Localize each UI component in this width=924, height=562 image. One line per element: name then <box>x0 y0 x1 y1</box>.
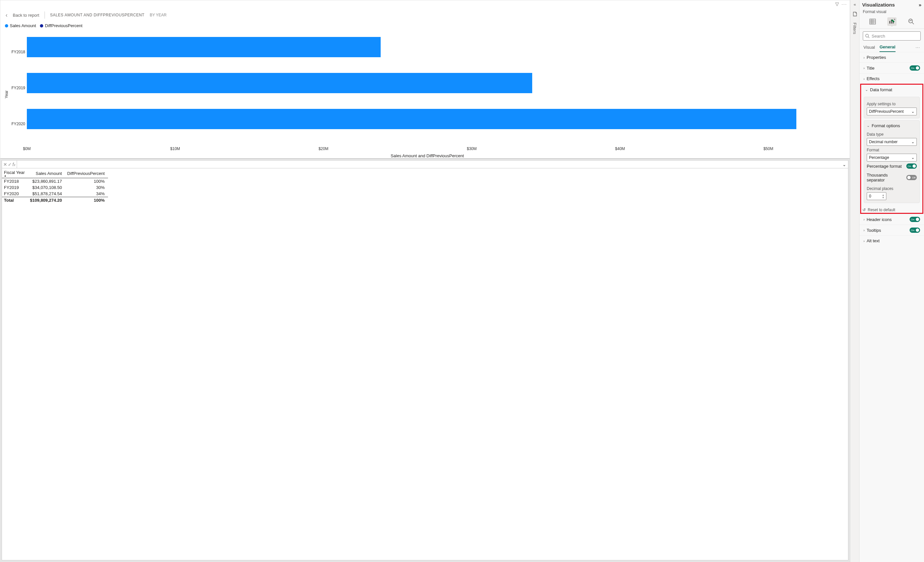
format-label: Format <box>867 148 917 152</box>
header-icons-toggle[interactable]: On <box>910 217 920 222</box>
chevron-right-icon: › <box>864 228 865 232</box>
filters-rail[interactable]: « Filters <box>850 0 859 562</box>
reset-to-default[interactable]: ↺ Reset to default <box>861 205 922 213</box>
x-tick-label: $30M <box>467 146 477 151</box>
more-options-icon[interactable]: ··· <box>915 45 920 50</box>
format-options-card: ⌄ Format options Data type Decimal numbe… <box>864 120 920 203</box>
column-header[interactable]: Sales Amount <box>28 169 66 178</box>
sort-asc-icon: ▲ <box>4 175 25 177</box>
chevron-right-icon: › <box>864 77 865 81</box>
y-tick-label: FY2018 <box>9 50 25 54</box>
chevron-right-icon: › <box>864 66 865 70</box>
data-table: Fiscal Year▲Sales AmountDiffPreviousPerc… <box>2 169 108 203</box>
chevron-down-icon: ⌄ <box>867 124 870 128</box>
svg-line-11 <box>912 22 914 24</box>
chevron-right-icon: › <box>864 239 865 243</box>
bar-FY2019[interactable] <box>27 70 843 96</box>
table-row[interactable]: FY2019$34,070,108.5030% <box>2 184 108 191</box>
x-axis-label: Sales Amount and DiffPreviousPercent <box>9 153 846 158</box>
cancel-icon[interactable]: ✕ <box>3 162 7 167</box>
visualizations-panel: Visualizations » Format visual Search Vi… <box>859 0 924 562</box>
bookmark-icon[interactable] <box>852 12 858 17</box>
y-axis-label: Year <box>4 31 9 158</box>
reset-icon: ↺ <box>862 208 866 212</box>
percentage-format-toggle[interactable]: On <box>906 163 917 169</box>
x-tick-label: $10M <box>170 146 180 151</box>
thousands-separator-toggle[interactable]: Off <box>906 175 917 180</box>
data-type-label: Data type <box>867 132 917 137</box>
fx-icon[interactable]: fx <box>12 162 15 167</box>
table-row[interactable]: FY2020$51,878,274.5434% <box>2 191 108 197</box>
legend-label: DiffPreviousPercent <box>45 23 82 28</box>
chevron-right-icon: › <box>864 55 865 60</box>
thousands-separator-label: Thousands separator <box>867 173 906 182</box>
data-type-select[interactable]: Decimal number ⌄ <box>867 138 917 146</box>
apply-settings-to-select[interactable]: DiffPreviousPercent ⌄ <box>867 108 917 115</box>
canvas-top-bar: ▽ ··· <box>0 0 850 7</box>
apply-settings-card: Apply settings to DiffPreviousPercent ⌄ <box>864 97 920 118</box>
search-icon <box>865 34 870 38</box>
legend-item-sales[interactable]: Sales Amount <box>5 23 36 28</box>
formula-input[interactable]: ⌄ <box>17 160 848 168</box>
back-arrow-icon[interactable]: ‹ <box>6 12 8 19</box>
spinner-icon[interactable]: ▴▾ <box>882 194 884 199</box>
section-effects[interactable]: ›Effects <box>860 73 924 84</box>
chevron-down-icon: ⌄ <box>911 155 915 160</box>
y-tick-label: FY2020 <box>9 122 25 126</box>
bar-FY2020[interactable] <box>27 106 843 132</box>
search-input[interactable]: Search <box>863 31 921 40</box>
commit-icon[interactable]: ✓ <box>8 162 12 167</box>
section-tooltips[interactable]: ›Tooltips On <box>860 224 924 235</box>
format-options-header[interactable]: ⌄ Format options <box>867 123 917 130</box>
expand-icon[interactable]: » <box>919 2 921 7</box>
table-row[interactable]: FY2018$23,860,891.17100% <box>2 178 108 185</box>
format-select[interactable]: Percentage ⌄ <box>867 154 917 161</box>
data-table-pane: ✕ ✓ fx ⌄ Fiscal Year▲Sales AmountDiffPre… <box>0 159 850 562</box>
legend-item-diff[interactable]: DiffPreviousPercent <box>40 23 82 28</box>
legend-dot-icon <box>5 24 8 27</box>
x-tick-label: $50M <box>763 146 773 151</box>
filter-icon[interactable]: ▽ <box>835 1 839 6</box>
svg-rect-9 <box>894 19 895 20</box>
chart-title: SALES AMOUNT AND DIFFPREVIOUSPERCENT <box>50 13 145 17</box>
percentage-format-label: Percentage format <box>867 164 902 169</box>
section-title[interactable]: ›Title On <box>860 63 924 73</box>
chart-pane: ‹ Back to report SALES AMOUNT AND DIFFPR… <box>0 7 850 159</box>
analytics-tab[interactable] <box>907 17 916 26</box>
tab-visual[interactable]: Visual <box>864 43 875 52</box>
svg-point-12 <box>866 34 868 37</box>
x-tick-label: $20M <box>318 146 328 151</box>
tab-general[interactable]: General <box>879 42 895 52</box>
tooltips-toggle[interactable]: On <box>910 227 920 233</box>
section-alt-text[interactable]: ›Alt text <box>860 235 924 246</box>
format-visual-tab[interactable] <box>887 17 897 26</box>
chevron-down-icon: ⌄ <box>911 109 915 114</box>
column-header[interactable]: Fiscal Year▲ <box>2 169 28 178</box>
chart-legend: Sales Amount DiffPreviousPercent <box>4 22 846 31</box>
collapse-icon[interactable]: « <box>854 2 856 7</box>
chart-plot-area[interactable]: FY2018FY2019FY2020 $0M$10M$20M$30M$40M$5… <box>9 31 846 158</box>
decimal-places-input[interactable]: 0 ▴▾ <box>867 192 886 200</box>
chevron-down-icon[interactable]: ⌄ <box>843 162 846 167</box>
panel-subtitle: Format visual <box>860 9 924 16</box>
svg-rect-6 <box>889 21 890 24</box>
bar-FY2018[interactable] <box>27 34 843 60</box>
section-properties[interactable]: ›Properties <box>860 52 924 63</box>
panel-title: Visualizations <box>862 2 895 7</box>
legend-dot-icon <box>40 24 43 27</box>
divider <box>45 12 45 19</box>
section-data-format[interactable]: ⌄Data format <box>861 85 922 95</box>
formula-bar: ✕ ✓ fx ⌄ <box>2 160 848 168</box>
search-placeholder: Search <box>872 34 885 39</box>
build-visual-tab[interactable] <box>868 17 877 26</box>
more-icon[interactable]: ··· <box>842 1 847 6</box>
filters-label: Filters <box>852 22 857 34</box>
decimal-places-label: Decimal places <box>867 186 917 191</box>
back-to-report-link[interactable]: Back to report <box>13 13 39 18</box>
x-tick-label: $40M <box>615 146 625 151</box>
section-header-icons[interactable]: ›Header icons On <box>860 214 924 224</box>
chevron-down-icon: ⌄ <box>911 140 915 144</box>
chart-subtitle: BY YEAR <box>150 13 166 17</box>
title-toggle[interactable]: On <box>910 66 920 70</box>
column-header[interactable]: DiffPreviousPercent <box>65 169 108 178</box>
